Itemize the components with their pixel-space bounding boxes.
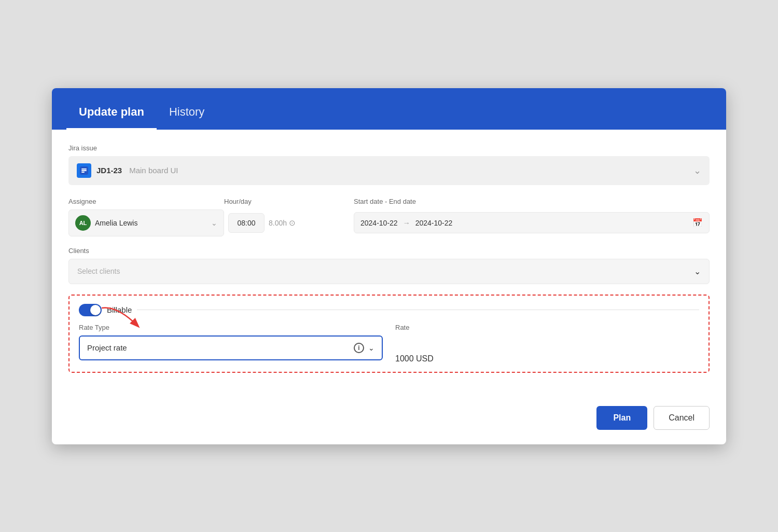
jira-id: JD1-23 xyxy=(96,166,122,175)
rate-col: Rate 1000 USD xyxy=(395,324,699,363)
billable-toggle[interactable] xyxy=(79,304,102,316)
rate-row: Rate Type Project rate i ⌄ Rate 1000 USD xyxy=(79,324,699,363)
clients-select[interactable]: Select clients ⌄ xyxy=(68,259,710,284)
svg-rect-1 xyxy=(81,169,87,170)
modal-footer: Plan Cancel xyxy=(52,402,726,444)
tab-history[interactable]: History xyxy=(157,94,217,130)
jira-icon xyxy=(77,163,91,178)
rate-type-value: Project rate xyxy=(87,343,350,352)
jira-issue-label: Jira issue xyxy=(68,144,710,152)
billable-row: Billable xyxy=(79,304,699,316)
cancel-button[interactable]: Cancel xyxy=(654,406,710,430)
row-inputs: AL Amelia Lewis ⌄ 8.00h ⊙ 2024-10-22 → 2… xyxy=(68,209,710,236)
end-date: 2024-10-22 xyxy=(415,219,453,227)
hours-value: 8.00h xyxy=(269,219,287,227)
hours-display: 8.00h ⊙ xyxy=(269,218,296,228)
jira-chevron-icon: ⌄ xyxy=(693,165,701,176)
rate-label: Rate xyxy=(395,324,699,331)
clients-label: Clients xyxy=(68,247,710,255)
jira-issue-select[interactable]: JD1-23 Main board UI ⌄ xyxy=(68,156,710,185)
time-inputs: 8.00h ⊙ xyxy=(224,213,354,233)
assignee-name: Amelia Lewis xyxy=(95,219,207,227)
modal: Update plan History Jira issue JD1-23 Ma… xyxy=(52,88,726,444)
start-date: 2024-10-22 xyxy=(360,219,398,227)
modal-body: Jira issue JD1-23 Main board UI ⌄ Assign… xyxy=(52,130,726,402)
dates-col-header: Start date - End date xyxy=(354,198,710,205)
assignee-select[interactable]: AL Amelia Lewis ⌄ xyxy=(68,209,224,236)
rate-type-chevron-icon: ⌄ xyxy=(368,344,374,352)
hourday-col-header: Hour/day xyxy=(224,198,354,205)
billable-divider xyxy=(137,310,699,310)
time-input[interactable] xyxy=(228,213,265,233)
calendar-icon: 📅 xyxy=(692,218,703,228)
clock-icon: ⊙ xyxy=(289,218,296,228)
billable-section: Billable Rate Type Project rate i ⌄ Rate… xyxy=(68,295,710,373)
jira-name: Main board UI xyxy=(129,166,178,175)
avatar: AL xyxy=(75,215,91,231)
svg-rect-2 xyxy=(81,170,87,171)
assignee-chevron-icon: ⌄ xyxy=(211,219,217,227)
clients-section: Clients Select clients ⌄ xyxy=(68,247,710,284)
assignee-col-header: Assignee xyxy=(68,198,224,205)
rate-type-col: Rate Type Project rate i ⌄ xyxy=(79,324,383,360)
rate-type-label: Rate Type xyxy=(79,324,383,331)
toggle-thumb xyxy=(90,305,101,315)
clients-placeholder: Select clients xyxy=(77,267,694,275)
info-icon: i xyxy=(354,343,364,353)
rate-type-select[interactable]: Project rate i ⌄ xyxy=(79,335,383,360)
date-range-select[interactable]: 2024-10-22 → 2024-10-22 📅 xyxy=(354,212,710,233)
arrow-right-icon: → xyxy=(403,219,410,227)
billable-label: Billable xyxy=(107,305,132,314)
modal-header: Update plan History xyxy=(52,88,726,130)
rate-value: 1000 USD xyxy=(395,335,699,363)
plan-button[interactable]: Plan xyxy=(596,406,647,430)
columns-header: Assignee Hour/day Start date - End date xyxy=(68,198,710,205)
svg-rect-3 xyxy=(81,172,85,173)
tab-update-plan[interactable]: Update plan xyxy=(66,94,157,130)
clients-chevron-icon: ⌄ xyxy=(694,267,701,276)
